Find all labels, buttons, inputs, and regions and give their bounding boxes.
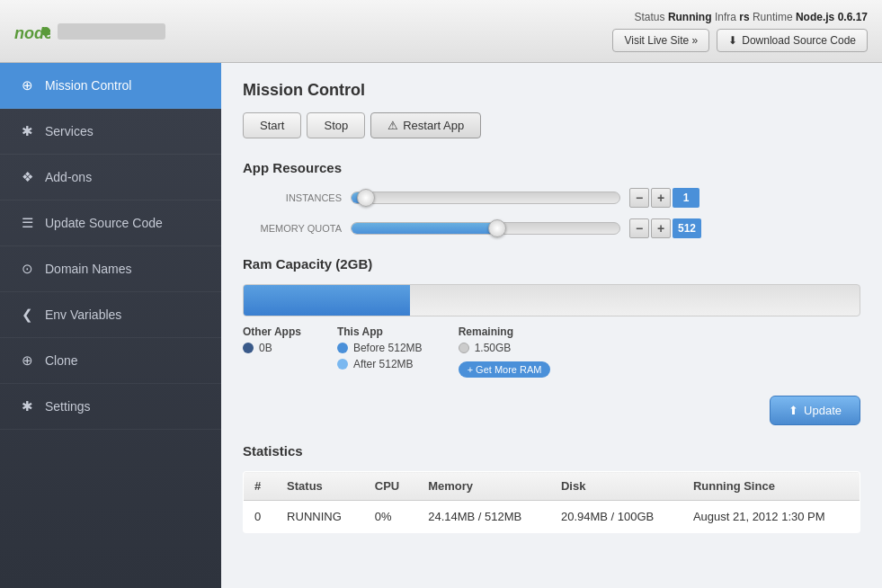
restart-button[interactable]: ⚠ Restart App xyxy=(370,112,481,138)
memory-decrease-button[interactable]: − xyxy=(629,218,649,238)
memory-row: MEMORY QUOTA − + 512 xyxy=(243,218,860,238)
status-line: Status Running Infra rs Runtime Node.js … xyxy=(635,11,869,23)
sidebar-item-settings[interactable]: ✱ Settings xyxy=(0,384,221,430)
update-source-icon: ☰ xyxy=(18,215,36,231)
instances-stepper: − + 1 xyxy=(629,188,699,208)
remaining-dot xyxy=(459,343,469,353)
memory-label: MEMORY QUOTA xyxy=(243,223,342,234)
cell-running-since: August 21, 2012 1:30 PM xyxy=(682,501,860,533)
cell-memory: 24.14MB / 512MB xyxy=(417,501,550,533)
node-logo-svg: node xyxy=(14,19,50,44)
sidebar-item-services[interactable]: ✱ Services xyxy=(0,109,221,155)
instances-row: INSTANCES − + 1 xyxy=(243,188,860,208)
sidebar-label-addons: Add-ons xyxy=(45,170,92,184)
instances-label: INSTANCES xyxy=(243,192,342,203)
status-area: Status Running Infra rs Runtime Node.js … xyxy=(612,11,868,52)
memory-slider-track[interactable] xyxy=(351,222,620,235)
update-btn-row: ⬆ Update xyxy=(243,396,860,425)
statistics-section: Statistics # Status CPU Memory Disk Runn… xyxy=(243,443,860,533)
cell-status: RUNNING xyxy=(276,501,364,533)
env-variables-icon: ❮ xyxy=(18,307,36,323)
after-item: After 512MB xyxy=(337,358,423,370)
before-label: Before 512MB xyxy=(353,342,423,354)
sidebar-label-settings: Settings xyxy=(45,399,91,414)
infra-value: rs xyxy=(739,11,749,23)
download-source-button[interactable]: ⬇ Download Source Code xyxy=(717,29,868,52)
cell-disk: 20.94MB / 100GB xyxy=(550,501,682,533)
domain-names-icon: ⊙ xyxy=(18,261,36,277)
this-app-label: This App xyxy=(337,325,423,338)
memory-increase-button[interactable]: + xyxy=(651,218,671,238)
visit-live-site-button[interactable]: Visit Live Site » xyxy=(612,29,709,52)
memory-stepper: − + 512 xyxy=(629,218,701,238)
instances-value: 1 xyxy=(673,188,699,208)
sidebar-item-env-variables[interactable]: ❮ Env Variables xyxy=(0,292,221,338)
ram-section: Ram Capacity (2GB) Other Apps 0B This Ap… xyxy=(243,256,860,378)
memory-slider-fill xyxy=(352,223,499,234)
table-row: 0 RUNNING 0% 24.14MB / 512MB 20.94MB / 1… xyxy=(244,501,860,533)
stop-button[interactable]: Stop xyxy=(307,112,365,138)
sidebar-label-clone: Clone xyxy=(45,353,78,368)
sidebar-item-domain-names[interactable]: ⊙ Domain Names xyxy=(0,246,221,292)
status-buttons: Visit Live Site » ⬇ Download Source Code xyxy=(612,29,868,52)
sidebar-item-clone[interactable]: ⊕ Clone xyxy=(0,338,221,384)
ram-legend: Other Apps 0B This App Before 512MB Afte… xyxy=(243,325,860,378)
before-dot xyxy=(337,343,348,353)
before-item: Before 512MB xyxy=(337,342,423,354)
ram-title: Ram Capacity (2GB) xyxy=(243,256,860,272)
sidebar-label-env-variables: Env Variables xyxy=(45,307,121,322)
remaining-value: 1.50GB xyxy=(475,342,512,354)
statistics-title: Statistics xyxy=(243,443,860,459)
download-icon: ⬇ xyxy=(728,34,737,47)
remaining-item: 1.50GB xyxy=(459,342,551,354)
sidebar-item-mission-control[interactable]: ⊕ Mission Control xyxy=(0,63,221,109)
memory-slider-thumb[interactable] xyxy=(488,219,506,237)
status-label: Status xyxy=(635,11,665,23)
services-icon: ✱ xyxy=(18,123,36,139)
col-running-since: Running Since xyxy=(682,472,860,501)
after-dot xyxy=(337,359,348,370)
other-apps-label: Other Apps xyxy=(243,325,301,338)
instances-decrease-button[interactable]: − xyxy=(629,188,649,208)
runtime-label: Runtime xyxy=(753,11,793,23)
col-disk: Disk xyxy=(550,472,682,501)
main-content: Mission Control Start Stop ⚠ Restart App… xyxy=(221,63,882,588)
other-apps-item: 0B xyxy=(243,342,301,354)
this-app-legend: This App Before 512MB After 512MB xyxy=(337,325,423,378)
svg-point-1 xyxy=(41,27,50,36)
instances-slider-thumb[interactable] xyxy=(357,189,375,207)
memory-value: 512 xyxy=(673,218,701,238)
cell-cpu: 0% xyxy=(364,501,417,533)
layout: ⊕ Mission Control ✱ Services ❖ Add-ons ☰… xyxy=(0,63,882,588)
other-apps-legend: Other Apps 0B xyxy=(243,325,301,378)
get-more-ram-button[interactable]: + Get More RAM xyxy=(459,361,551,378)
warning-icon: ⚠ xyxy=(388,119,398,132)
instances-increase-button[interactable]: + xyxy=(651,188,671,208)
page-title: Mission Control xyxy=(243,81,860,100)
sidebar-label-domain-names: Domain Names xyxy=(45,262,131,276)
update-icon: ⬆ xyxy=(788,404,798,417)
other-apps-dot xyxy=(243,343,254,353)
sidebar-label-update-source: Update Source Code xyxy=(45,216,163,230)
sidebar-label-services: Services xyxy=(45,124,94,138)
sidebar-item-addons[interactable]: ❖ Add-ons xyxy=(0,155,221,200)
col-num: # xyxy=(244,472,277,501)
node-logo: node xyxy=(14,19,50,44)
mission-control-icon: ⊕ xyxy=(18,77,36,94)
start-button[interactable]: Start xyxy=(243,112,301,138)
instances-slider-track[interactable] xyxy=(351,192,620,204)
update-button[interactable]: ⬆ Update xyxy=(770,396,860,425)
app-name-bar xyxy=(58,23,165,40)
col-memory: Memory xyxy=(417,472,550,501)
control-buttons: Start Stop ⚠ Restart App xyxy=(243,112,860,138)
remaining-legend: Remaining 1.50GB + Get More RAM xyxy=(459,325,551,378)
col-cpu: CPU xyxy=(364,472,417,501)
runtime-value: Node.js 0.6.17 xyxy=(796,11,868,23)
remaining-label: Remaining xyxy=(459,325,551,338)
settings-icon: ✱ xyxy=(18,398,36,414)
logo-area: node xyxy=(14,19,165,44)
infra-label: Infra xyxy=(715,11,736,23)
sidebar-item-update-source[interactable]: ☰ Update Source Code xyxy=(0,200,221,246)
sidebar-label-mission-control: Mission Control xyxy=(45,78,131,93)
status-running-value: Running xyxy=(668,11,712,23)
